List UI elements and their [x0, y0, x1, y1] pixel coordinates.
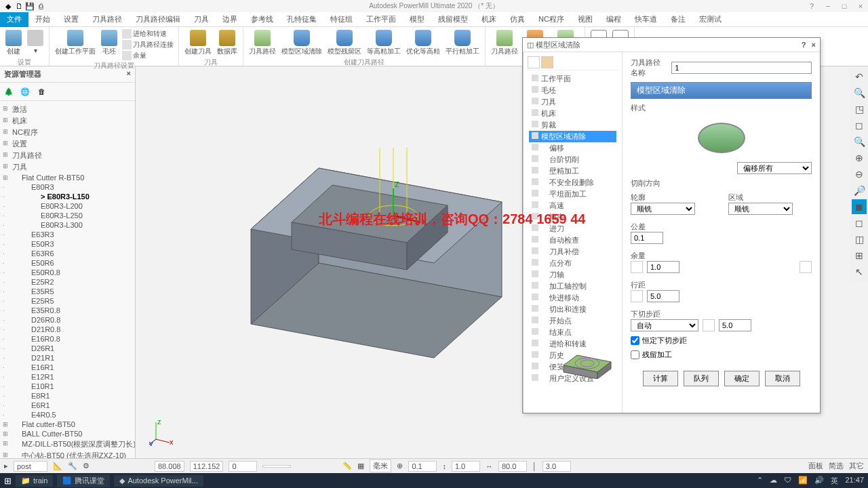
st-壁精加工[interactable]: 壁精加工 [529, 165, 616, 177]
stepover-input[interactable] [647, 290, 679, 302]
minimize-icon[interactable]: − [823, 2, 833, 10]
unit-combo[interactable]: 毫米 [370, 460, 391, 472]
tray-shield-icon[interactable]: 🛡 [784, 476, 791, 486]
toolpath-strategy-button[interactable]: 刀具路径 [248, 28, 277, 58]
tree-node-D21R1[interactable]: D21R1 [3, 353, 132, 363]
tree-node-NC程序[interactable]: NC程序 [3, 127, 132, 138]
st-不安全段删除[interactable]: 不安全段删除 [529, 177, 616, 188]
tree-node-E6R1[interactable]: E6R1 [3, 401, 132, 410]
toolpath-name-input[interactable] [671, 62, 812, 74]
optimized-z-button[interactable]: 优化等高精 [405, 28, 441, 58]
rest-rough-check[interactable] [631, 350, 639, 359]
tab-setup[interactable]: 设置 [57, 12, 85, 27]
tab-notes[interactable]: 备注 [664, 12, 692, 27]
st-切出和连接[interactable]: 切出和连接 [529, 304, 616, 315]
tab-boundary[interactable]: 边界 [216, 12, 244, 27]
dialog-close-icon[interactable]: × [812, 41, 816, 49]
tool-db-button[interactable]: 数据库 [216, 28, 239, 58]
model-rest-button[interactable]: 模型残留区 [326, 28, 363, 58]
print-icon[interactable]: ⎙ [36, 1, 45, 11]
dialog-help-icon[interactable]: ? [802, 41, 806, 49]
tray-volume-icon[interactable]: 🔊 [814, 476, 824, 486]
queue-button[interactable]: 队列 [684, 371, 719, 386]
tab-pattern[interactable]: 参考线 [244, 12, 280, 27]
block-icon[interactable]: ◫ [852, 232, 867, 247]
tree-node-刀具路径[interactable]: 刀具路径 [3, 150, 132, 161]
st-偏移[interactable]: 偏移 [529, 142, 616, 154]
stepdown-combo[interactable]: 自动 [631, 319, 698, 331]
tree-node-E63R3[interactable]: E63R3 [3, 230, 132, 239]
tree-node-BALL Cutter-BT50[interactable]: BALL Cutter-BT50 [3, 429, 132, 439]
tab-view[interactable]: 视图 [571, 12, 599, 27]
tree-node-E80R3-L250[interactable]: E80R3-L250 [3, 211, 132, 220]
zoom-fit-icon[interactable]: 🔍 [852, 85, 867, 100]
tab-sim[interactable]: 仿真 [503, 12, 532, 27]
allowance-icon[interactable] [631, 261, 643, 273]
cube-icon[interactable]: ◻ [852, 118, 867, 133]
status-v3[interactable]: 80.0 [498, 461, 527, 472]
tree-node-E8R1[interactable]: E8R1 [3, 391, 132, 401]
status-icon-2[interactable]: 🔧 [68, 462, 77, 470]
stepover-icon[interactable] [631, 290, 643, 302]
tree-node-D26R1[interactable]: D26R1 [3, 344, 132, 353]
tree-node-D21R0.8[interactable]: D21R0.8 [3, 325, 132, 334]
tab-program[interactable]: 编程 [599, 12, 628, 27]
allowance-button[interactable]: 余量 [121, 50, 174, 61]
calculate-button[interactable]: 计算 [643, 371, 678, 386]
tree-node-E35R0.8[interactable]: E35R0.8 [3, 306, 132, 315]
tree-node-E50R6[interactable]: E50R6 [3, 258, 132, 268]
iso-icon[interactable]: ◳ [852, 102, 867, 117]
tree-node-E25R5[interactable]: E25R5 [3, 296, 132, 306]
stock-button[interactable]: 毛坯 [100, 28, 119, 58]
zoom-win-icon[interactable]: 🔍 [852, 134, 867, 149]
status-panel[interactable]: 面板 [808, 461, 823, 471]
tab-workplane[interactable]: 工作平面 [359, 12, 403, 27]
st-加工轴控制[interactable]: 加工轴控制 [529, 281, 616, 292]
explorer-delete-icon[interactable]: 🗑 [35, 85, 47, 98]
tree-node-E10R1[interactable]: E10R1 [3, 382, 132, 391]
tab-nc[interactable]: NC程序 [532, 12, 571, 27]
st-机床[interactable]: 机床 [529, 108, 616, 119]
tab-tool[interactable]: 刀具 [187, 12, 216, 27]
st-icon2[interactable] [541, 56, 553, 68]
task-train[interactable]: 📁train [16, 475, 53, 487]
tree-node-E50R3[interactable]: E50R3 [3, 239, 132, 249]
status-simple[interactable]: 简选 [829, 461, 844, 471]
profile-combo[interactable]: 顺铣 [631, 203, 695, 215]
tree-node-MZ-DILL-BT50(根据深度调整刀长)[interactable]: MZ-DILL-BT50(根据深度调整刀长) [3, 439, 132, 450]
help-icon[interactable]: ? [807, 2, 816, 10]
st-毛坯[interactable]: 毛坯 [529, 85, 616, 96]
snap-icon[interactable]: ⊞ [852, 248, 867, 263]
new-icon[interactable]: 🗋 [14, 1, 24, 11]
tree-node-刀具[interactable]: 刀具 [3, 161, 132, 173]
wire-icon[interactable]: ◻ [852, 216, 867, 230]
ruler-icon[interactable]: 📏 [342, 462, 352, 470]
start-icon[interactable]: ⊞ [4, 476, 12, 486]
maximize-icon[interactable]: □ [840, 2, 849, 10]
tab-toolpath-edit[interactable]: 刀具路径编辑 [129, 12, 187, 27]
status-icon-3[interactable]: ⚙ [83, 462, 90, 470]
st-点分布[interactable]: 点分布 [529, 258, 616, 269]
st-工作平面[interactable]: 工作平面 [529, 73, 616, 85]
st-进刀[interactable]: 进刀 [529, 223, 616, 235]
model-area-clear-button[interactable]: 模型区域清除 [280, 28, 323, 58]
tab-holeset[interactable]: 孔特征集 [280, 12, 323, 27]
stepdown-icon[interactable] [703, 319, 715, 331]
create-split-button[interactable]: ▾ [26, 28, 45, 56]
tray-cloud-icon[interactable]: ☁ [770, 476, 777, 486]
tree-node-Flat Cutter R-BT50[interactable]: Flat Cutter R-BT50 [3, 173, 132, 182]
zoom-out-icon[interactable]: ⊖ [852, 167, 867, 182]
status-v1[interactable]: 0.1 [408, 461, 437, 472]
tray-up-icon[interactable]: ⌃ [757, 476, 763, 486]
tree-node-E25R2[interactable]: E25R2 [3, 277, 132, 287]
zoom-all-icon[interactable]: 🔎 [852, 183, 867, 198]
cursor-icon[interactable]: ↖ [852, 264, 867, 279]
tab-start[interactable]: 开始 [28, 12, 57, 27]
region-combo[interactable]: 顺铣 [728, 203, 793, 215]
tree-node-E80R3-L200[interactable]: E80R3-L200 [3, 201, 132, 211]
workplane-button[interactable]: 创建工作平面 [54, 28, 97, 58]
tree-node-设置[interactable]: 设置 [3, 138, 132, 150]
explorer-tree-icon[interactable]: 🌲 [3, 85, 15, 98]
tree-node-E35R5[interactable]: E35R5 [3, 287, 132, 296]
st-selected[interactable]: 模型区域清除 [529, 131, 616, 142]
